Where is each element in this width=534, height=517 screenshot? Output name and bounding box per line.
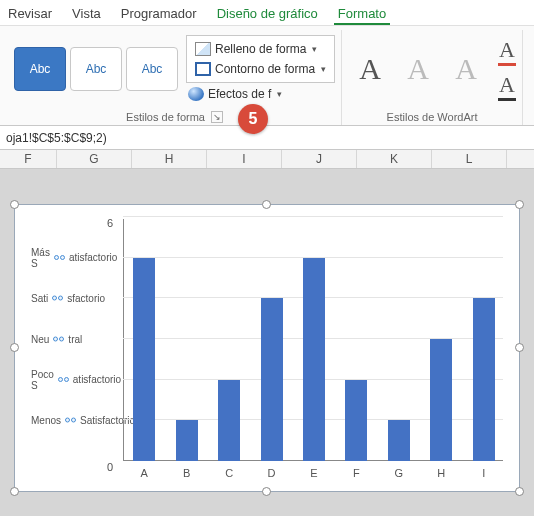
bar[interactable]	[176, 420, 198, 461]
x-tick-label: H	[430, 467, 452, 479]
plot-area[interactable]: ABCDEFGHI	[123, 219, 503, 461]
shape-outline-button[interactable]: Contorno de forma ▾	[193, 60, 328, 78]
col-header[interactable]: I	[207, 150, 282, 168]
y-tick-label[interactable]: Más Satisfactorio	[31, 247, 117, 269]
col-header[interactable]: F	[0, 150, 57, 168]
x-tick-label: F	[345, 467, 367, 479]
resize-handle[interactable]	[10, 343, 19, 352]
text-outline-button[interactable]: A	[498, 72, 516, 101]
wordart-preset-1[interactable]: A	[348, 47, 392, 91]
formula-bar[interactable]: oja1!$C$5:$C$9;2)	[0, 126, 534, 150]
worksheet-grid[interactable]: F G H I J K L 6 0 Más SatisfactorioSatis…	[0, 150, 534, 516]
bar[interactable]	[133, 258, 155, 461]
shape-fill-button[interactable]: Relleno de forma ▾	[193, 40, 328, 58]
col-header[interactable]: L	[432, 150, 507, 168]
chart-object[interactable]: 6 0 Más SatisfactorioSatisfactorioNeutra…	[14, 204, 520, 492]
x-tick-label: A	[133, 467, 155, 479]
resize-handle[interactable]	[262, 200, 271, 209]
data-point-handle-icon[interactable]	[53, 337, 64, 342]
chevron-down-icon: ▾	[312, 44, 317, 54]
resize-handle[interactable]	[10, 200, 19, 209]
chevron-down-icon: ▾	[277, 89, 282, 99]
shape-style-preset-1[interactable]: Abc	[14, 47, 66, 91]
x-tick-label: G	[388, 467, 410, 479]
step-badge: 5	[238, 104, 268, 134]
y-tick-label[interactable]: Satisfactorio	[31, 293, 117, 304]
y-tick-label[interactable]: Neutral	[31, 334, 117, 345]
bar[interactable]	[345, 380, 367, 461]
tab-revisar[interactable]: Revisar	[4, 2, 56, 25]
tab-vista[interactable]: Vista	[68, 2, 105, 25]
tab-formato[interactable]: Formato	[334, 2, 390, 25]
col-header[interactable]: J	[282, 150, 357, 168]
x-tick-label: C	[218, 467, 240, 479]
group-wordart-label: Estilos de WordArt	[387, 111, 478, 123]
resize-handle[interactable]	[515, 343, 524, 352]
ribbon-tabs: Revisar Vista Programador Diseño de gráf…	[0, 0, 534, 26]
y-tick-top: 6	[107, 217, 113, 229]
col-header[interactable]: K	[357, 150, 432, 168]
bar[interactable]	[388, 420, 410, 461]
shape-effects-button[interactable]: Efectos de f ▾	[186, 85, 335, 103]
bar[interactable]	[430, 339, 452, 461]
data-point-handle-icon[interactable]	[52, 296, 63, 301]
bar[interactable]	[218, 380, 240, 461]
tab-diseno-grafico[interactable]: Diseño de gráfico	[213, 2, 322, 25]
ribbon: Abc Abc Abc Relleno de forma ▾ Contorno …	[0, 26, 534, 126]
shape-format-menu: Relleno de forma ▾ Contorno de forma ▾	[186, 35, 335, 83]
y-axis	[123, 219, 124, 461]
chevron-down-icon: ▾	[321, 64, 326, 74]
bucket-icon	[195, 42, 211, 56]
shape-fill-label: Relleno de forma	[215, 42, 306, 56]
col-header[interactable]: G	[57, 150, 132, 168]
y-tick-label[interactable]: Poco Satisfactorio	[31, 369, 117, 391]
group-wordart-styles: A A A A A Estilos de WordArt	[342, 30, 523, 125]
bar[interactable]	[303, 258, 325, 461]
x-tick-label: D	[261, 467, 283, 479]
data-point-handle-icon[interactable]	[65, 418, 76, 423]
resize-handle[interactable]	[10, 487, 19, 496]
col-header[interactable]: H	[132, 150, 207, 168]
resize-handle[interactable]	[515, 487, 524, 496]
data-point-handle-icon[interactable]	[58, 377, 69, 382]
y-tick-label[interactable]: Menos Satisfactorio	[31, 415, 117, 426]
resize-handle[interactable]	[515, 200, 524, 209]
shape-effects-label: Efectos de f	[208, 87, 271, 101]
group-shape-styles: Abc Abc Abc Relleno de forma ▾ Contorno …	[8, 30, 342, 125]
data-point-handle-icon[interactable]	[54, 255, 65, 260]
resize-handle[interactable]	[262, 487, 271, 496]
x-tick-label: B	[176, 467, 198, 479]
effects-icon	[188, 87, 204, 101]
pen-outline-icon	[195, 62, 211, 76]
gridline	[123, 216, 503, 217]
x-tick-label: E	[303, 467, 325, 479]
tab-programador[interactable]: Programador	[117, 2, 201, 25]
y-tick-bottom: 0	[107, 461, 113, 473]
bar[interactable]	[261, 298, 283, 461]
column-headers: F G H I J K L	[0, 150, 534, 169]
shape-style-preset-3[interactable]: Abc	[126, 47, 178, 91]
wordart-preset-2[interactable]: A	[396, 47, 440, 91]
wordart-preset-3[interactable]: A	[444, 47, 488, 91]
formula-text: oja1!$C$5:$C$9;2)	[6, 131, 107, 145]
group-shape-label: Estilos de forma	[126, 111, 205, 123]
bar[interactable]	[473, 298, 495, 461]
text-fill-button[interactable]: A	[498, 37, 516, 66]
x-tick-label: I	[473, 467, 495, 479]
shape-style-preset-2[interactable]: Abc	[70, 47, 122, 91]
dialog-launcher-icon[interactable]: ↘	[211, 111, 223, 123]
shape-outline-label: Contorno de forma	[215, 62, 315, 76]
